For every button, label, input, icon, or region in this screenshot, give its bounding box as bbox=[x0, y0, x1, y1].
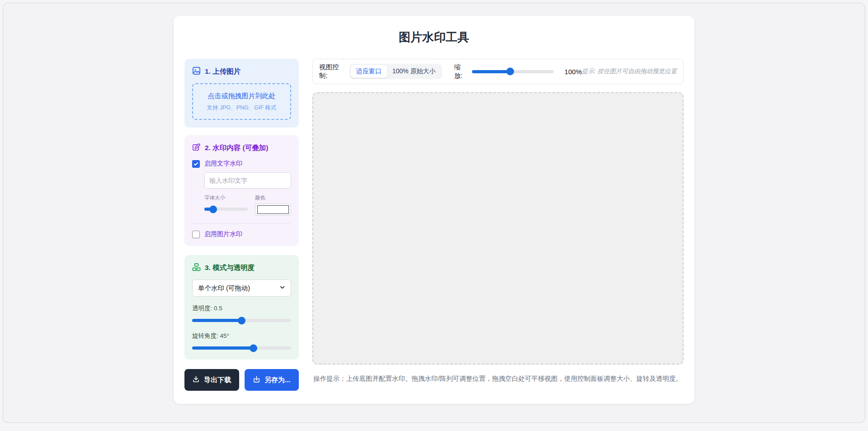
view-control-bar: 视图控制: 适应窗口 100% 原始大小 缩放: 100% bbox=[312, 59, 684, 84]
zoom-value: 100% bbox=[565, 68, 582, 76]
preview-area: 视图控制: 适应窗口 100% 原始大小 缩放: 100% bbox=[312, 59, 684, 383]
zoom-label: 缩放: bbox=[454, 63, 467, 80]
text-watermark-toggle-label: 启用文字水印 bbox=[204, 160, 242, 168]
zoom-slider-thumb[interactable] bbox=[506, 68, 514, 76]
upload-heading-label: 1. 上传图片 bbox=[205, 67, 241, 76]
watermark-mode-select[interactable]: 单个水印 (可拖动) bbox=[192, 279, 291, 297]
upload-section: 1. 上传图片 点击或拖拽图片到此处 支持 JPG、PNG、GIF 格式 bbox=[184, 59, 299, 128]
dropzone-text: 点击或拖拽图片到此处 bbox=[196, 92, 288, 100]
export-download-label: 导出下载 bbox=[204, 376, 231, 384]
upload-section-heading: 1. 上传图片 bbox=[192, 66, 291, 77]
watermark-heading-label: 2. 水印内容 (可叠加) bbox=[205, 143, 268, 153]
zoom-slider[interactable] bbox=[472, 68, 554, 76]
mode-section-heading: 3. 模式与透明度 bbox=[192, 263, 291, 273]
edit-icon bbox=[192, 143, 201, 153]
font-size-slider[interactable] bbox=[204, 205, 248, 213]
viewport-frame: 图片水印工具 1. 上传图片 bbox=[3, 3, 865, 423]
watermark-section: 2. 水印内容 (可叠加) 启用文字水印 字体大小 bbox=[184, 135, 299, 246]
watermark-section-heading: 2. 水印内容 (可叠加) bbox=[192, 143, 291, 153]
fit-window-button[interactable]: 适应窗口 bbox=[351, 65, 387, 78]
mode-section: 3. 模式与透明度 单个水印 (可拖动) 透明度: 0.5 bbox=[184, 255, 299, 360]
page-title: 图片水印工具 bbox=[184, 29, 684, 45]
save-as-icon bbox=[253, 375, 260, 384]
image-watermark-toggle[interactable]: 启用图片水印 bbox=[192, 230, 291, 238]
preview-canvas[interactable] bbox=[312, 92, 684, 365]
dropzone-hint: 支持 JPG、PNG、GIF 格式 bbox=[196, 104, 288, 112]
rotation-slider-track[interactable] bbox=[192, 346, 291, 350]
upload-dropzone[interactable]: 点击或拖拽图片到此处 支持 JPG、PNG、GIF 格式 bbox=[192, 83, 291, 120]
content-row: 1. 上传图片 点击或拖拽图片到此处 支持 JPG、PNG、GIF 格式 bbox=[184, 59, 684, 391]
export-download-button[interactable]: 导出下载 bbox=[184, 369, 239, 391]
opacity-slider-fill bbox=[192, 319, 242, 322]
export-actions: 导出下载 另存为... bbox=[184, 369, 299, 391]
font-size-control: 字体大小 bbox=[204, 194, 248, 216]
operation-hint: 操作提示：上传底图并配置水印。拖拽水印/阵列可调整位置，拖拽空白处可平移视图，使… bbox=[312, 374, 684, 383]
zoom-slider-fill bbox=[472, 70, 510, 73]
opacity-slider-thumb[interactable] bbox=[238, 317, 245, 324]
app-card: 图片水印工具 1. 上传图片 bbox=[174, 16, 694, 404]
zoom-slider-track[interactable] bbox=[472, 70, 554, 73]
color-control: 颜色 bbox=[255, 194, 291, 216]
opacity-slider[interactable] bbox=[192, 317, 291, 324]
opacity-label: 透明度: 0.5 bbox=[192, 304, 291, 313]
watermark-divider bbox=[192, 223, 291, 224]
rotation-slider[interactable] bbox=[192, 344, 291, 352]
rotation-slider-thumb[interactable] bbox=[250, 344, 257, 352]
download-icon bbox=[192, 375, 200, 384]
font-size-slider-fill bbox=[204, 208, 213, 211]
save-as-button[interactable]: 另存为... bbox=[245, 369, 299, 391]
view-control-label: 视图控制: bbox=[319, 63, 344, 80]
watermark-text-input[interactable] bbox=[204, 172, 291, 189]
rotation-slider-fill bbox=[192, 346, 254, 350]
image-icon bbox=[192, 66, 201, 77]
viewbar-hint: 提示: 按住图片可自由拖动预览位置 bbox=[582, 67, 677, 76]
font-size-slider-track[interactable] bbox=[204, 208, 248, 211]
color-picker-swatch bbox=[257, 205, 289, 214]
view-mode-segmented-control: 适应窗口 100% 原始大小 bbox=[349, 64, 443, 79]
save-as-label: 另存为... bbox=[264, 376, 291, 384]
original-size-button[interactable]: 100% 原始大小 bbox=[387, 65, 441, 78]
mode-select-value: 单个水印 (可拖动) bbox=[198, 284, 250, 293]
mode-heading-label: 3. 模式与透明度 bbox=[205, 263, 255, 273]
opacity-slider-track[interactable] bbox=[192, 319, 291, 322]
chevron-down-icon bbox=[279, 284, 285, 292]
checkbox-checked-icon[interactable] bbox=[192, 160, 200, 168]
rotation-label: 旋转角度: 45° bbox=[192, 332, 291, 340]
color-label: 颜色 bbox=[255, 194, 291, 201]
color-picker[interactable] bbox=[255, 204, 291, 216]
watermark-controls-row: 字体大小 颜色 bbox=[204, 194, 291, 216]
font-size-label: 字体大小 bbox=[204, 194, 248, 201]
text-watermark-toggle[interactable]: 启用文字水印 bbox=[192, 160, 291, 168]
checkbox-unchecked-icon[interactable] bbox=[192, 231, 200, 238]
sidebar: 1. 上传图片 点击或拖拽图片到此处 支持 JPG、PNG、GIF 格式 bbox=[184, 59, 299, 391]
grid-icon bbox=[192, 263, 201, 273]
image-watermark-toggle-label: 启用图片水印 bbox=[204, 230, 242, 238]
font-size-slider-thumb[interactable] bbox=[209, 205, 217, 213]
